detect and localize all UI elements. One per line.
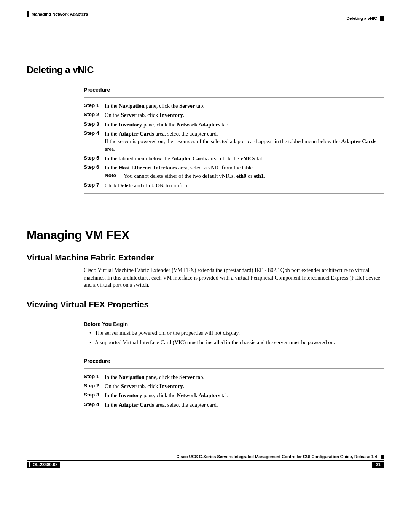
h1-deleting-vnic: Deleting a vNIC <box>27 64 384 75</box>
note-label: Note <box>105 172 124 180</box>
doc-title: Cisco UCS C-Series Servers Integrated Ma… <box>176 454 377 459</box>
topic-title: Deleting a vNIC <box>346 16 377 21</box>
square-icon <box>380 16 384 21</box>
step-row: Step 2 On the Server tab, click Inventor… <box>84 382 384 390</box>
step-row: Step 4 In the Adapter Cards area, select… <box>84 130 384 153</box>
page-number: 31 <box>372 462 384 468</box>
paragraph: Cisco Virtual Machine Fabric Extender (V… <box>84 267 384 289</box>
divider <box>84 97 384 98</box>
step-row: Step 4 In the Adapter Cards area, select… <box>84 401 384 409</box>
step-row: Step 7 Click Delete and click OK to conf… <box>84 182 384 189</box>
procedure-label-2: Procedure <box>84 358 384 364</box>
square-icon <box>381 455 384 459</box>
step-row: Step 6 In the Host Ethernet Interfaces a… <box>84 164 384 180</box>
divider <box>84 193 384 194</box>
footer: Cisco UCS C-Series Servers Integrated Ma… <box>27 454 384 468</box>
step-row: Step 1 In the Navigation pane, click the… <box>84 373 384 381</box>
step-row: Step 2 On the Server tab, click Inventor… <box>84 111 384 119</box>
header-topic: Deleting a vNIC <box>346 16 384 21</box>
h1-managing-vm-fex: Managing VM FEX <box>27 228 384 242</box>
step-row: Step 5 In the tabbed menu below the Adap… <box>84 155 384 162</box>
steps-1: Step 1 In the Navigation pane, click the… <box>84 102 384 189</box>
before-bullets: •The server must be powered on, or the p… <box>89 329 384 347</box>
procedure-label-1: Procedure <box>84 87 384 93</box>
h2-vmfex: Virtual Machine Fabric Extender <box>27 253 384 263</box>
chapter-title: Managing Network Adapters <box>32 12 88 16</box>
step-row: Step 1 In the Navigation pane, click the… <box>84 102 384 110</box>
divider <box>84 368 384 369</box>
list-item: •The server must be powered on, or the p… <box>89 329 384 337</box>
step-row: Step 3 In the Inventory pane, click the … <box>84 391 384 399</box>
list-item: •A supported Virtual Interface Card (VIC… <box>89 339 384 347</box>
steps-2: Step 1 In the Navigation pane, click the… <box>84 373 384 409</box>
header-chapter: Managing Network Adapters <box>27 11 88 17</box>
before-you-begin-label: Before You Begin <box>84 321 384 327</box>
doc-id: OL-23489-08 <box>33 462 57 467</box>
step-row: Step 3 In the Inventory pane, click the … <box>84 121 384 128</box>
h2-viewing-fex: Viewing Virtual FEX Properties <box>27 300 384 310</box>
